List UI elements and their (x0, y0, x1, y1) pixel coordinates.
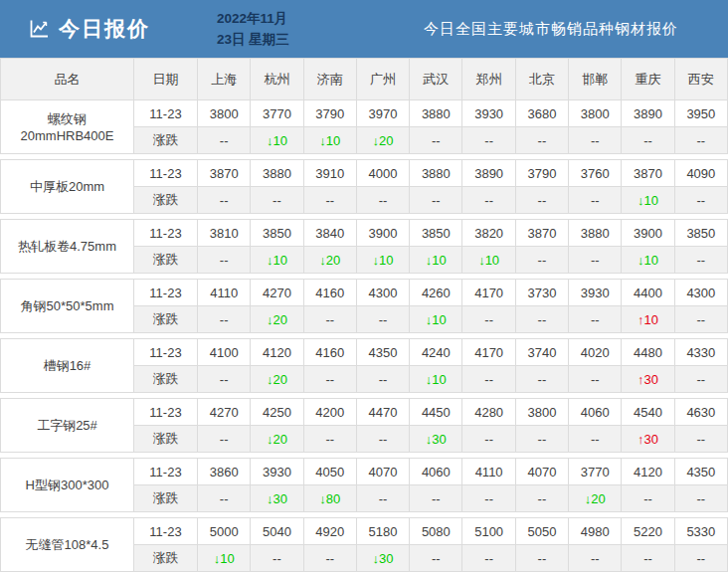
change-cell: -- (462, 485, 515, 512)
change-cell: ↓10 (462, 247, 515, 274)
change-cell: ↓10 (410, 366, 462, 393)
price-cell: 3900 (356, 220, 409, 247)
change-cell: ↓10 (622, 187, 674, 214)
product-name: 工字钢25# (1, 399, 134, 453)
price-cell: 4350 (356, 339, 409, 366)
change-cell: -- (303, 426, 356, 453)
change-cell: -- (622, 485, 674, 512)
change-cell: -- (410, 187, 462, 214)
change-cell: -- (356, 187, 409, 214)
banner-title-group: 今日报价 (28, 15, 195, 43)
change-cell: -- (674, 426, 727, 453)
price-cell: 3950 (674, 100, 727, 127)
price-cell: 3850 (410, 220, 462, 247)
change-cell: -- (462, 127, 515, 154)
price-cell: 3810 (198, 220, 251, 247)
change-cell: ↓20 (569, 485, 622, 512)
change-cell: -- (569, 306, 622, 333)
price-cell: 4630 (674, 399, 727, 426)
change-cell: ↓10 (303, 127, 356, 154)
change-cell: -- (303, 306, 356, 333)
price-cell: 3890 (462, 160, 515, 187)
change-cell: -- (251, 545, 303, 572)
date-cell: 11-23 (134, 459, 198, 485)
price-cell: 3870 (622, 160, 674, 187)
price-cell: 3930 (251, 459, 303, 485)
change-cell: -- (515, 485, 568, 512)
price-cell: 4250 (251, 399, 303, 426)
price-cell: 3800 (569, 100, 622, 127)
column-header-city: 杭州 (251, 59, 303, 100)
price-cell: 3760 (569, 160, 622, 187)
price-cell: 4110 (462, 459, 515, 485)
change-cell: -- (515, 247, 568, 274)
price-cell: 5180 (356, 518, 409, 545)
column-header-city: 重庆 (622, 59, 674, 100)
price-row: 工字钢25#11-2342704250420044704450428038004… (1, 399, 728, 426)
price-cell: 4050 (303, 459, 356, 485)
table-header: 品名日期上海杭州济南广州武汉郑州北京邯郸重庆西安 (1, 59, 728, 100)
change-cell: -- (303, 187, 356, 214)
change-cell: -- (462, 306, 515, 333)
change-label: 涨跌 (134, 247, 198, 274)
price-cell: 3800 (198, 100, 251, 127)
date-cell: 11-23 (134, 339, 198, 366)
change-cell: ↓30 (356, 545, 409, 572)
price-cell: 3770 (569, 459, 622, 485)
change-cell: -- (198, 485, 251, 512)
price-cell: 5080 (410, 518, 462, 545)
change-cell: -- (515, 426, 568, 453)
change-label: 涨跌 (134, 306, 198, 333)
price-cell: 4100 (198, 339, 251, 366)
change-cell: -- (674, 247, 727, 274)
price-cell: 5220 (622, 518, 674, 545)
price-cell: 4350 (674, 459, 727, 485)
product-name: 热轧板卷4.75mm (1, 220, 134, 274)
price-cell: 4060 (410, 459, 462, 485)
change-cell: ↓10 (410, 306, 462, 333)
price-cell: 3890 (622, 100, 674, 127)
change-cell: ↑10 (622, 306, 674, 333)
price-cell: 3870 (198, 160, 251, 187)
price-cell: 4480 (622, 339, 674, 366)
change-cell: -- (356, 426, 409, 453)
change-cell: -- (198, 247, 251, 274)
banner-subtitle: 今日全国主要城市畅销品种钢材报价 (424, 20, 678, 39)
date-cell: 11-23 (134, 160, 198, 187)
price-cell: 4160 (303, 280, 356, 306)
change-cell: -- (569, 127, 622, 154)
change-cell: ↓10 (410, 247, 462, 274)
change-label: 涨跌 (134, 366, 198, 393)
price-cell: 4920 (303, 518, 356, 545)
price-cell: 3900 (622, 220, 674, 247)
price-cell: 4280 (462, 399, 515, 426)
price-cell: 4980 (569, 518, 622, 545)
change-cell: -- (569, 366, 622, 393)
change-cell: -- (198, 187, 251, 214)
change-cell: -- (356, 485, 409, 512)
change-label: 涨跌 (134, 545, 198, 572)
price-cell: 4400 (622, 280, 674, 306)
column-header-city: 上海 (198, 59, 251, 100)
change-cell: -- (674, 127, 727, 154)
price-cell: 4270 (251, 280, 303, 306)
change-cell: ↓10 (251, 127, 303, 154)
price-row: 螺纹钢20mmHRB400E11-23380037703790397038803… (1, 100, 728, 127)
change-cell: -- (198, 366, 251, 393)
price-cell: 4200 (303, 399, 356, 426)
price-cell: 4470 (356, 399, 409, 426)
change-cell: -- (674, 485, 727, 512)
product-name: 无缝管108*4.5 (1, 518, 134, 572)
price-cell: 4260 (410, 280, 462, 306)
price-cell: 3850 (674, 220, 727, 247)
price-row: 槽钢16#11-23410041204160435042404170374040… (1, 339, 728, 366)
change-cell: -- (674, 366, 727, 393)
price-cell: 4110 (198, 280, 251, 306)
price-cell: 4060 (569, 399, 622, 426)
column-header-city: 北京 (515, 59, 568, 100)
change-cell: -- (515, 187, 568, 214)
price-row: 中厚板20mm11-233870388039104000388038903790… (1, 160, 728, 187)
change-cell: -- (569, 426, 622, 453)
change-cell: -- (462, 366, 515, 393)
column-header-city: 郑州 (462, 59, 515, 100)
